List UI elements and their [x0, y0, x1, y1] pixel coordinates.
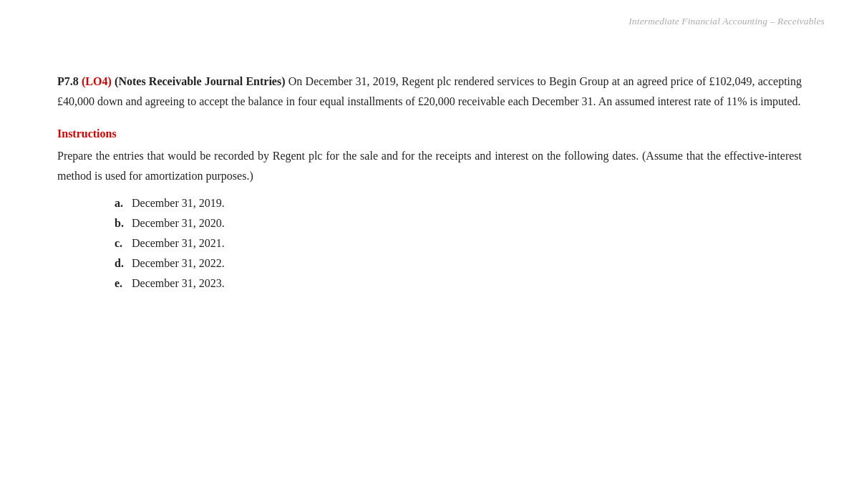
list-label-a: a.: [115, 193, 127, 213]
page-container: Intermediate Financial Accounting – Rece…: [0, 0, 859, 504]
list-value-d: December 31, 2022.: [132, 253, 225, 273]
lo-tag: (LO4): [82, 75, 112, 87]
list-label-b: b.: [115, 213, 127, 233]
list-label-e: e.: [115, 273, 127, 294]
list-value-a: December 31, 2019.: [132, 193, 225, 213]
list-value-c: December 31, 2021.: [132, 233, 225, 253]
instructions-paragraph: Prepare the entries that would be record…: [57, 146, 802, 186]
problem-number: P7.8: [57, 75, 79, 87]
problem-title: (Notes Receivable Journal Entries): [115, 75, 285, 87]
list-item: e. December 31, 2023.: [115, 273, 802, 294]
list-item: a. December 31, 2019.: [115, 193, 802, 213]
content-area: P7.8 (LO4) (Notes Receivable Journal Ent…: [57, 72, 802, 294]
list-label-d: d.: [115, 253, 127, 273]
list-items: a. December 31, 2019. b. December 31, 20…: [57, 193, 802, 294]
header-text: Intermediate Financial Accounting – Rece…: [629, 16, 825, 26]
list-value-e: December 31, 2023.: [132, 273, 225, 294]
list-item: c. December 31, 2021.: [115, 233, 802, 253]
problem-block: P7.8 (LO4) (Notes Receivable Journal Ent…: [57, 72, 802, 112]
instructions-heading: Instructions: [57, 127, 802, 140]
page-header: Intermediate Financial Accounting – Rece…: [629, 16, 825, 27]
list-item: d. December 31, 2022.: [115, 253, 802, 273]
list-item: b. December 31, 2020.: [115, 213, 802, 233]
list-value-b: December 31, 2020.: [132, 213, 225, 233]
list-label-c: c.: [115, 233, 127, 253]
